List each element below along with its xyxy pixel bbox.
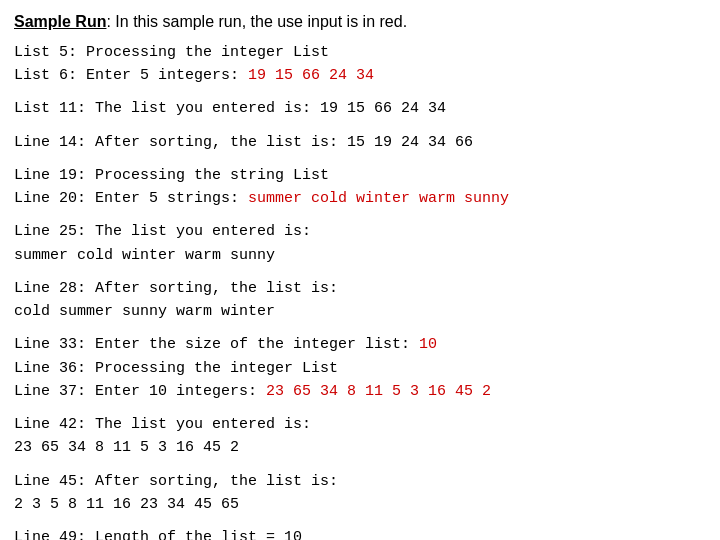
text-part-block9-1-0: 2 3 5 8 11 16 23 34 45 65 [14,496,239,513]
text-part-block8-0-0: Line 42: The list you entered is: [14,416,311,433]
line-block7-1: Line 36: Processing the integer List [14,357,706,380]
line-block8-0: Line 42: The list you entered is: [14,413,706,436]
line-block5-0: Line 25: The list you entered is: [14,220,706,243]
page-container: Sample Run: In this sample run, the use … [14,10,706,540]
text-part-block1-1-1: 19 15 66 24 34 [248,67,374,84]
block-block7: Line 33: Enter the size of the integer l… [14,333,706,403]
line-block6-0: Line 28: After sorting, the list is: [14,277,706,300]
text-part-block4-1-1: summer cold winter warm sunny [248,190,509,207]
text-part-block7-1-0: Line 36: Processing the integer List [14,360,338,377]
line-block2-0: List 11: The list you entered is: 19 15 … [14,97,706,120]
block-block1: List 5: Processing the integer ListList … [14,41,706,88]
line-block3-0: Line 14: After sorting, the list is: 15 … [14,131,706,154]
text-part-block5-1-0: summer cold winter warm sunny [14,247,275,264]
text-part-block9-0-0: Line 45: After sorting, the list is: [14,473,338,490]
text-part-block4-1-0: Line 20: Enter 5 strings: [14,190,248,207]
text-part-block7-0-0: Line 33: Enter the size of the integer l… [14,336,419,353]
text-part-block6-0-0: Line 28: After sorting, the list is: [14,280,338,297]
text-part-block2-0-0: List 11: The list you entered is: 19 15 … [14,100,446,117]
text-part-block3-0-0: Line 14: After sorting, the list is: 15 … [14,134,473,151]
text-part-block8-1-0: 23 65 34 8 11 5 3 16 45 2 [14,439,239,456]
line-block4-0: Line 19: Processing the string List [14,164,706,187]
block-block2: List 11: The list you entered is: 19 15 … [14,97,706,120]
line-block7-2: Line 37: Enter 10 integers: 23 65 34 8 1… [14,380,706,403]
content-blocks: List 5: Processing the integer ListList … [14,41,706,540]
block-block4: Line 19: Processing the string ListLine … [14,164,706,211]
line-block1-1: List 6: Enter 5 integers: 19 15 66 24 34 [14,64,706,87]
block-block8: Line 42: The list you entered is:23 65 3… [14,413,706,460]
block-block9: Line 45: After sorting, the list is:2 3 … [14,470,706,517]
text-part-block7-2-0: Line 37: Enter 10 integers: [14,383,266,400]
text-part-block6-1-0: cold summer sunny warm winter [14,303,275,320]
line-block8-1: 23 65 34 8 11 5 3 16 45 2 [14,436,706,459]
text-part-block5-0-0: Line 25: The list you entered is: [14,223,311,240]
line-block6-1: cold summer sunny warm winter [14,300,706,323]
block-block6: Line 28: After sorting, the list is:cold… [14,277,706,324]
text-part-block1-1-0: List 6: Enter 5 integers: [14,67,248,84]
block-block5: Line 25: The list you entered is:summer … [14,220,706,267]
text-part-block10-0-0: Line 49: Length of the list = 10 [14,529,302,540]
line-block9-1: 2 3 5 8 11 16 23 34 45 65 [14,493,706,516]
block-block10: Line 49: Length of the list = 10Line 50:… [14,526,706,540]
line-block4-1: Line 20: Enter 5 strings: summer cold wi… [14,187,706,210]
text-part-block7-0-1: 10 [419,336,437,353]
text-part-block4-0-0: Line 19: Processing the string List [14,167,329,184]
title-rest: : In this sample run, the use input is i… [106,13,407,30]
line-block9-0: Line 45: After sorting, the list is: [14,470,706,493]
line-block7-0: Line 33: Enter the size of the integer l… [14,333,706,356]
line-block1-0: List 5: Processing the integer List [14,41,706,64]
line-block5-1: summer cold winter warm sunny [14,244,706,267]
text-part-block1-0-0: List 5: Processing the integer List [14,44,329,61]
title-line: Sample Run: In this sample run, the use … [14,10,706,35]
text-part-block7-2-1: 23 65 34 8 11 5 3 16 45 2 [266,383,491,400]
block-block3: Line 14: After sorting, the list is: 15 … [14,131,706,154]
line-block10-0: Line 49: Length of the list = 10 [14,526,706,540]
title-bold: Sample Run [14,13,106,30]
